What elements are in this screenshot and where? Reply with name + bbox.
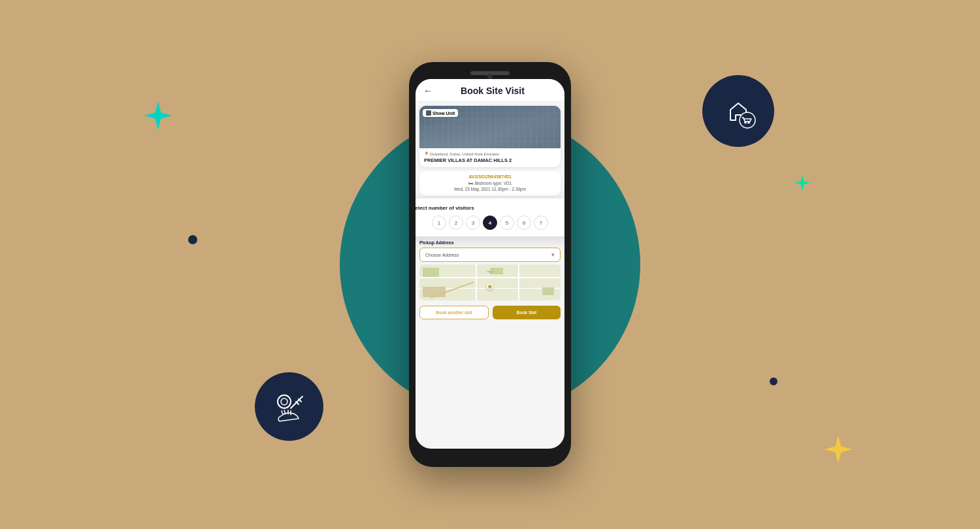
address-placeholder: Choose Address (425, 253, 459, 257)
visitors-options: 1 2 3 4 5 6 7 (416, 216, 564, 230)
map-area: خريطة (419, 264, 561, 300)
visitor-btn-5[interactable]: 5 (500, 216, 514, 230)
booking-details: AV2/SD156/4587451 🛏 Bedroom type: VD1 We… (419, 171, 561, 196)
star-green-icon (794, 175, 810, 191)
show-unit-icon (426, 110, 431, 116)
svg-line-6 (299, 399, 301, 402)
map-marker (487, 283, 493, 290)
booking-id: AV2/SD156/4587451 (425, 174, 555, 179)
key-icon-circle (255, 372, 323, 441)
phone-frame: ← Book Site Visit Show Unit 📍 Dubailand,… (409, 62, 571, 467)
book-another-slot-button[interactable]: Book another slot (419, 306, 489, 319)
property-card: Show Unit 📍 Dubailand, Dubai, United Ara… (419, 106, 561, 167)
property-image: Show Unit (419, 106, 561, 148)
chevron-down-icon: ▾ (551, 251, 555, 258)
property-location: 📍 Dubailand, Dubai, United Arab Emirates (424, 152, 556, 156)
location-pin-icon: 📍 (424, 152, 429, 156)
page-title: Book Site Visit (438, 86, 547, 96)
cart-icon-circle (702, 75, 774, 147)
star-cyan-icon (144, 101, 172, 130)
property-name: PREMIER VILLAS AT DAMAC HILLS 2 (424, 157, 556, 163)
svg-point-2 (748, 122, 749, 123)
action-buttons: Book another slot Book Slot (416, 303, 564, 325)
visitor-btn-1[interactable]: 1 (432, 216, 446, 230)
datetime-row: Wed, 23 May, 2021 12.30pm - 2.30pm (425, 187, 555, 191)
book-slot-button[interactable]: Book Slot (493, 306, 561, 319)
address-dropdown[interactable]: Choose Address ▾ (419, 248, 561, 262)
visitor-btn-6[interactable]: 6 (517, 216, 531, 230)
bedroom-type-row: 🛏 Bedroom type: VD1 (425, 181, 555, 185)
dot-dark-right (770, 377, 777, 385)
app-header: ← Book Site Visit (416, 79, 564, 102)
phone-camera (487, 74, 493, 79)
svg-point-0 (740, 112, 755, 128)
svg-line-7 (296, 402, 299, 404)
pickup-section: Pickup Address Choose Address ▾ (416, 236, 564, 264)
visitors-popup: Select number of visitors 1 2 3 4 5 6 7 (416, 199, 564, 236)
visitor-btn-3[interactable]: 3 (466, 216, 480, 230)
visitors-label: Select number of visitors (416, 205, 564, 211)
show-unit-badge[interactable]: Show Unit (423, 109, 458, 117)
dot-dark-left (188, 235, 197, 244)
visitor-btn-4[interactable]: 4 (483, 216, 497, 230)
visitor-btn-2[interactable]: 2 (449, 216, 463, 230)
svg-point-1 (745, 122, 746, 123)
pickup-label: Pickup Address (419, 240, 561, 245)
star-yellow-bottom-right-icon (824, 435, 853, 464)
bedroom-icon: 🛏 (468, 181, 473, 185)
map-visual: خريطة (419, 264, 561, 300)
visitor-btn-7[interactable]: 7 (534, 216, 548, 230)
svg-point-4 (281, 398, 287, 405)
property-info: 📍 Dubailand, Dubai, United Arab Emirates… (419, 148, 561, 167)
svg-point-3 (278, 395, 291, 408)
back-button[interactable]: ← (423, 86, 433, 96)
phone-screen: ← Book Site Visit Show Unit 📍 Dubailand,… (416, 79, 564, 449)
